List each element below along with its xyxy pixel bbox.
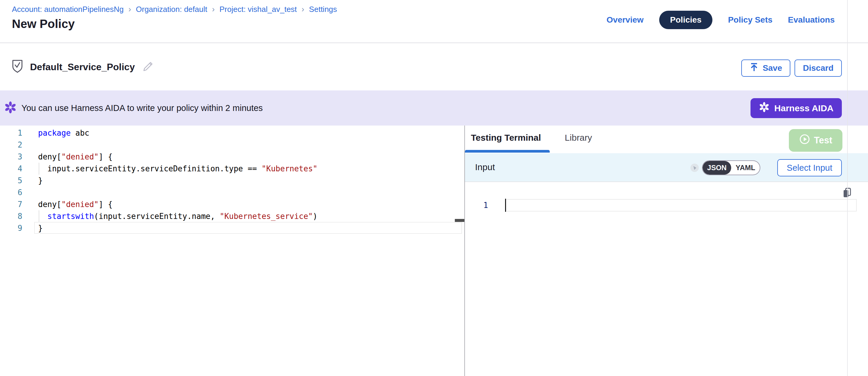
- tab-library[interactable]: Library: [565, 133, 592, 143]
- line-number: 2: [0, 139, 22, 151]
- policy-name: Default_Service_Policy: [30, 62, 135, 72]
- active-tab-underline: [465, 150, 550, 153]
- editor-scrollbar-handle[interactable]: [455, 219, 464, 222]
- format-option-json[interactable]: JSON: [703, 161, 731, 175]
- save-button-label: Save: [763, 63, 782, 73]
- breadcrumb: Account: automationPipelinesNg›Organizat…: [12, 5, 337, 14]
- line-number: 9: [0, 222, 22, 234]
- testing-terminal-panel: Testing Terminal Library Test Input JSON…: [465, 126, 868, 376]
- play-circle-icon: [799, 133, 810, 147]
- code-line[interactable]: 3deny["denied"] {: [0, 151, 464, 163]
- breadcrumb-separator: ›: [212, 5, 215, 14]
- code-line[interactable]: 4 input.serviceEntity.serviceDefinition.…: [0, 163, 464, 175]
- code-text: deny["denied"] {: [38, 151, 113, 163]
- code-text: input.serviceEntity.serviceDefinition.ty…: [38, 163, 317, 175]
- terminal-tabs: Testing Terminal Library: [471, 133, 592, 143]
- breadcrumb-link[interactable]: Settings: [309, 5, 337, 14]
- nav-tab-overview[interactable]: Overview: [607, 15, 644, 25]
- input-active-line-highlight: [506, 199, 857, 212]
- code-text: }: [38, 222, 43, 234]
- policy-actions: Save Discard: [741, 60, 842, 77]
- line-number: 1: [0, 127, 22, 139]
- line-number: 4: [0, 163, 22, 175]
- nav-tab-policies[interactable]: Policies: [659, 11, 713, 29]
- breadcrumb-link[interactable]: Project: vishal_av_test: [220, 5, 297, 14]
- policy-shield-icon: [12, 60, 23, 74]
- input-editor[interactable]: 1: [465, 182, 868, 376]
- breadcrumb-link[interactable]: Organization: default: [136, 5, 207, 14]
- code-line[interactable]: 6: [0, 187, 464, 198]
- aida-flower-icon-white: [759, 102, 770, 115]
- aida-banner: You can use Harness AIDA to write your p…: [0, 90, 868, 126]
- nav-tab-evaluations[interactable]: Evaluations: [788, 15, 835, 25]
- page-right-edge-divider: [847, 0, 848, 376]
- code-line[interactable]: 2: [0, 139, 464, 151]
- edit-policy-name-icon[interactable]: [142, 60, 154, 74]
- line-number: 7: [0, 198, 22, 210]
- breadcrumb-link[interactable]: Account: automationPipelinesNg: [12, 5, 124, 14]
- text-cursor: [505, 199, 506, 212]
- line-number: 3: [0, 151, 22, 163]
- policy-name-row: Default_Service_Policy: [12, 60, 154, 74]
- format-toggle[interactable]: JSON YAML: [702, 160, 760, 175]
- upload-icon: [750, 62, 758, 74]
- test-button-label: Test: [814, 135, 832, 146]
- page-header: Account: automationPipelinesNg›Organizat…: [0, 0, 868, 43]
- select-input-button[interactable]: Select Input: [777, 159, 842, 177]
- nav-tab-policy-sets[interactable]: Policy Sets: [728, 15, 772, 25]
- code-text: }: [38, 175, 43, 187]
- disabled-run-icon: [690, 163, 699, 174]
- content-area: 1package abc23deny["denied"] {4 input.se…: [0, 126, 868, 376]
- test-button[interactable]: Test: [789, 129, 842, 152]
- input-section-header: Input JSON YAML Select Input: [465, 153, 868, 182]
- save-button[interactable]: Save: [741, 60, 790, 77]
- code-line[interactable]: 5}: [0, 175, 464, 187]
- code-line[interactable]: 9}: [0, 222, 464, 234]
- code-line[interactable]: 1package abc: [0, 127, 464, 139]
- tab-testing-terminal[interactable]: Testing Terminal: [471, 133, 541, 143]
- active-line-highlight: [34, 222, 462, 234]
- page-title: New Policy: [12, 17, 75, 31]
- breadcrumb-separator: ›: [128, 5, 131, 14]
- line-number: 8: [0, 210, 22, 222]
- code-line[interactable]: 8 startswith(input.serviceEntity.name, "…: [0, 210, 464, 222]
- discard-button-label: Discard: [803, 63, 834, 73]
- format-option-yaml[interactable]: YAML: [731, 161, 760, 175]
- line-number: 6: [0, 187, 22, 198]
- top-nav: OverviewPoliciesPolicy SetsEvaluations: [607, 10, 835, 30]
- policy-code-editor[interactable]: 1package abc23deny["denied"] {4 input.se…: [0, 126, 464, 376]
- aida-flower-icon: [4, 101, 17, 115]
- code-text: deny["denied"] {: [38, 198, 113, 210]
- code-line[interactable]: 7deny["denied"] {: [0, 198, 464, 210]
- code-text: startswith(input.serviceEntity.name, "Ku…: [38, 210, 317, 222]
- input-line-number: 1: [484, 199, 488, 212]
- aida-banner-message: You can use Harness AIDA to write your p…: [22, 103, 263, 113]
- input-editor-line[interactable]: 1: [465, 199, 868, 212]
- line-number: 5: [0, 175, 22, 187]
- harness-aida-button-label: Harness AIDA: [774, 103, 834, 113]
- input-label: Input: [475, 162, 495, 172]
- code-text: package abc: [38, 127, 89, 139]
- breadcrumb-separator: ›: [302, 5, 304, 14]
- discard-button[interactable]: Discard: [795, 60, 842, 77]
- harness-aida-button[interactable]: Harness AIDA: [750, 98, 842, 118]
